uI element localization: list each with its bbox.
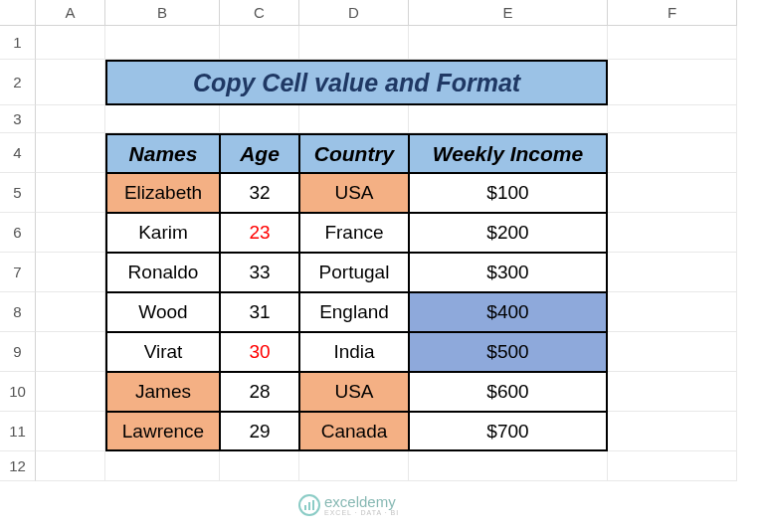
cell-age-6[interactable]: 29 bbox=[220, 412, 299, 451]
cell-name-6[interactable]: Lawrence bbox=[105, 412, 220, 451]
svg-rect-1 bbox=[308, 502, 310, 510]
cell-country-6[interactable]: Canada bbox=[299, 412, 409, 451]
watermark-tag: EXCEL · DATA · BI bbox=[324, 509, 399, 516]
cell-B12[interactable] bbox=[105, 451, 220, 481]
cell-C3[interactable] bbox=[220, 105, 299, 133]
cell-A6[interactable] bbox=[36, 213, 105, 253]
row-header-2[interactable]: 2 bbox=[0, 60, 36, 105]
row-header-4[interactable]: 4 bbox=[0, 133, 36, 173]
cell-D3[interactable] bbox=[299, 105, 409, 133]
cell-income-5[interactable]: $600 bbox=[409, 372, 608, 412]
cell-income-0[interactable]: $100 bbox=[409, 173, 608, 213]
cell-age-0[interactable]: 32 bbox=[220, 173, 299, 213]
cell-C12[interactable] bbox=[220, 451, 299, 481]
svg-rect-2 bbox=[312, 500, 314, 510]
title-merged-cell[interactable]: Copy Cell value and Format bbox=[105, 60, 608, 105]
select-all-corner[interactable] bbox=[0, 0, 36, 26]
cell-income-6[interactable]: $700 bbox=[409, 412, 608, 451]
cell-country-5[interactable]: USA bbox=[299, 372, 409, 412]
cell-country-3[interactable]: England bbox=[299, 292, 409, 332]
cell-country-4[interactable]: India bbox=[299, 332, 409, 372]
cell-B1[interactable] bbox=[105, 26, 220, 60]
cell-country-2[interactable]: Portugal bbox=[299, 253, 409, 292]
cell-age-1[interactable]: 23 bbox=[220, 213, 299, 253]
cell-name-1[interactable]: Karim bbox=[105, 213, 220, 253]
header-country[interactable]: Country bbox=[299, 133, 409, 173]
row-header-5[interactable]: 5 bbox=[0, 173, 36, 213]
svg-rect-0 bbox=[304, 505, 306, 510]
cell-B3[interactable] bbox=[105, 105, 220, 133]
cell-E3[interactable] bbox=[409, 105, 608, 133]
cell-F7[interactable] bbox=[608, 253, 737, 292]
cell-A5[interactable] bbox=[36, 173, 105, 213]
cell-F4[interactable] bbox=[608, 133, 737, 173]
cell-country-1[interactable]: France bbox=[299, 213, 409, 253]
cell-country-0[interactable]: USA bbox=[299, 173, 409, 213]
cell-F9[interactable] bbox=[608, 332, 737, 372]
cell-A7[interactable] bbox=[36, 253, 105, 292]
row-header-3[interactable]: 3 bbox=[0, 105, 36, 133]
row-header-10[interactable]: 10 bbox=[0, 372, 36, 412]
cell-age-4[interactable]: 30 bbox=[220, 332, 299, 372]
cell-C1[interactable] bbox=[220, 26, 299, 60]
cell-name-5[interactable]: James bbox=[105, 372, 220, 412]
cell-name-3[interactable]: Wood bbox=[105, 292, 220, 332]
cell-A2[interactable] bbox=[36, 60, 105, 105]
cell-name-2[interactable]: Ronaldo bbox=[105, 253, 220, 292]
cell-A11[interactable] bbox=[36, 412, 105, 451]
cell-F2[interactable] bbox=[608, 60, 737, 105]
cell-F11[interactable] bbox=[608, 412, 737, 451]
row-header-8[interactable]: 8 bbox=[0, 292, 36, 332]
row-header-1[interactable]: 1 bbox=[0, 26, 36, 60]
watermark-logo: exceldemy EXCEL · DATA · BI bbox=[298, 494, 399, 516]
cell-income-2[interactable]: $300 bbox=[409, 253, 608, 292]
cell-F8[interactable] bbox=[608, 292, 737, 332]
cell-F3[interactable] bbox=[608, 105, 737, 133]
cell-income-3[interactable]: $400 bbox=[409, 292, 608, 332]
col-header-F[interactable]: F bbox=[608, 0, 737, 26]
cell-name-4[interactable]: Virat bbox=[105, 332, 220, 372]
row-header-12[interactable]: 12 bbox=[0, 451, 36, 481]
cell-F12[interactable] bbox=[608, 451, 737, 481]
cell-E12[interactable] bbox=[409, 451, 608, 481]
cell-F1[interactable] bbox=[608, 26, 737, 60]
cell-age-2[interactable]: 33 bbox=[220, 253, 299, 292]
cell-A12[interactable] bbox=[36, 451, 105, 481]
cell-A3[interactable] bbox=[36, 105, 105, 133]
cell-F10[interactable] bbox=[608, 372, 737, 412]
col-header-C[interactable]: C bbox=[220, 0, 299, 26]
row-header-9[interactable]: 9 bbox=[0, 332, 36, 372]
bar-chart-icon bbox=[298, 494, 320, 516]
cell-F6[interactable] bbox=[608, 213, 737, 253]
cell-age-5[interactable]: 28 bbox=[220, 372, 299, 412]
cell-D1[interactable] bbox=[299, 26, 409, 60]
row-header-11[interactable]: 11 bbox=[0, 412, 36, 451]
cell-D12[interactable] bbox=[299, 451, 409, 481]
cell-E1[interactable] bbox=[409, 26, 608, 60]
cell-A1[interactable] bbox=[36, 26, 105, 60]
cell-A4[interactable] bbox=[36, 133, 105, 173]
col-header-B[interactable]: B bbox=[105, 0, 220, 26]
col-header-D[interactable]: D bbox=[299, 0, 409, 26]
row-header-6[interactable]: 6 bbox=[0, 213, 36, 253]
row-header-7[interactable]: 7 bbox=[0, 253, 36, 292]
cell-age-3[interactable]: 31 bbox=[220, 292, 299, 332]
header-age[interactable]: Age bbox=[220, 133, 299, 173]
cell-income-4[interactable]: $500 bbox=[409, 332, 608, 372]
spreadsheet-grid: A B C D E F 1 2 Copy Cell value and Form… bbox=[0, 0, 763, 481]
cell-A9[interactable] bbox=[36, 332, 105, 372]
col-header-E[interactable]: E bbox=[409, 0, 608, 26]
cell-A10[interactable] bbox=[36, 372, 105, 412]
cell-A8[interactable] bbox=[36, 292, 105, 332]
watermark-brand: exceldemy bbox=[324, 494, 399, 509]
cell-income-1[interactable]: $200 bbox=[409, 213, 608, 253]
header-income[interactable]: Weekly Income bbox=[409, 133, 608, 173]
cell-name-0[interactable]: Elizabeth bbox=[105, 173, 220, 213]
cell-F5[interactable] bbox=[608, 173, 737, 213]
col-header-A[interactable]: A bbox=[36, 0, 105, 26]
header-names[interactable]: Names bbox=[105, 133, 220, 173]
